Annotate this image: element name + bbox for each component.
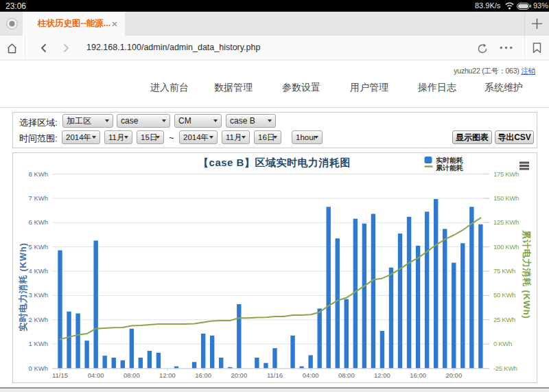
svg-text:08:00: 08:00 [124, 371, 140, 379]
svg-text:16:00: 16:00 [195, 371, 211, 379]
svg-text:实时电力消耗 (KWh): 实时电力消耗 (KWh) [18, 242, 28, 331]
svg-text:175 KWh: 175 KWh [493, 170, 519, 178]
svg-text:实时能耗: 实时能耗 [436, 157, 463, 164]
svg-text:-25 KWh: -25 KWh [493, 365, 517, 372]
svg-text:0 KWh: 0 KWh [493, 340, 512, 347]
svg-text:6 KWh: 6 KWh [28, 218, 48, 226]
svg-text:25 KWh: 25 KWh [493, 316, 515, 323]
svg-text:150 KWh: 150 KWh [493, 194, 519, 202]
svg-text:20:00: 20:00 [231, 371, 247, 379]
svg-text:4 KWh: 4 KWh [28, 267, 48, 275]
svg-text:12:00: 12:00 [159, 371, 176, 379]
svg-text:125 KWh: 125 KWh [493, 218, 519, 226]
svg-text:11/16: 11/16 [267, 371, 283, 379]
svg-text:5 KWh: 5 KWh [28, 243, 48, 251]
svg-text:20:00: 20:00 [445, 371, 462, 379]
svg-text:3 KWh: 3 KWh [28, 291, 48, 299]
svg-text:2 KWh: 2 KWh [28, 316, 48, 323]
svg-text:【case B】区域实时电力消耗图: 【case B】区域实时电力消耗图 [198, 157, 351, 168]
svg-text:11/15: 11/15 [52, 371, 68, 379]
svg-text:08:00: 08:00 [338, 371, 355, 379]
svg-text:累计电力消耗 (KWh): 累计电力消耗 (KWh) [522, 229, 532, 319]
svg-text:累计能耗: 累计能耗 [435, 164, 463, 172]
svg-text:16:00: 16:00 [410, 371, 426, 379]
svg-text:1 KWh: 1 KWh [28, 340, 48, 347]
svg-text:50 KWh: 50 KWh [493, 291, 515, 299]
svg-text:8 KWh: 8 KWh [28, 170, 48, 178]
svg-text:7 KWh: 7 KWh [28, 194, 48, 202]
svg-text:75 KWh: 75 KWh [493, 267, 515, 275]
svg-text:100 KWh: 100 KWh [493, 243, 519, 251]
svg-text:12:00: 12:00 [374, 371, 390, 379]
svg-text:04:00: 04:00 [303, 371, 319, 379]
svg-text:0 KWh: 0 KWh [28, 365, 48, 372]
svg-text:04:00: 04:00 [88, 371, 104, 379]
